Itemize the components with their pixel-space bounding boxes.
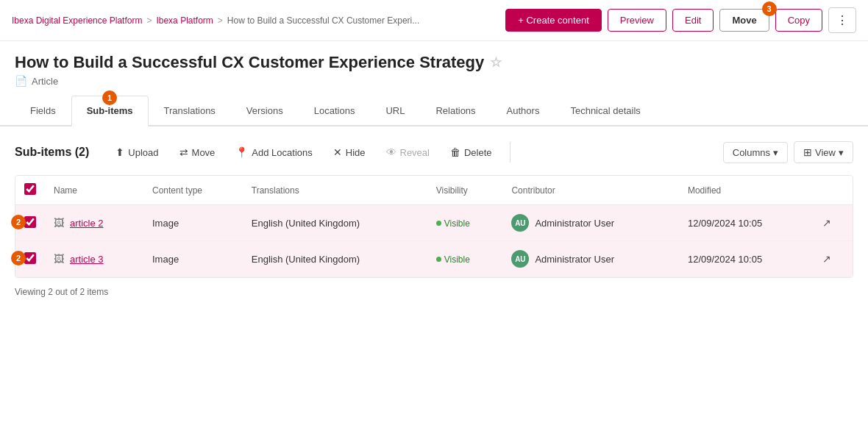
chevron-down-icon: ▾	[773, 147, 778, 158]
breadcrumb: Ibexa Digital Experience Platform > Ibex…	[12, 15, 419, 26]
reveal-button[interactable]: 👁 Reveal	[377, 142, 438, 163]
avatar-2: AU	[511, 250, 529, 268]
item-icon-2: 🖼	[54, 253, 64, 265]
row1-badge: 2	[11, 215, 26, 229]
th-visibility: Visibility	[427, 176, 503, 205]
toolbar-move-button[interactable]: ⇄ Move	[171, 142, 224, 163]
delete-button[interactable]: 🗑 Delete	[441, 142, 501, 163]
td-open-2: ↗	[814, 241, 853, 277]
breadcrumb-sep-2: >	[218, 15, 223, 26]
td-name-1: 🖼 article 2	[45, 205, 143, 241]
subitems-toolbar: Sub-items (2) ⬆ Upload ⇄ Move 📍 Add Loca…	[15, 141, 853, 163]
content-header: How to Build a Successful CX Customer Ex…	[0, 41, 868, 96]
breadcrumb-item-1[interactable]: Ibexa Digital Experience Platform	[12, 15, 142, 26]
breadcrumb-sep-1: >	[146, 15, 152, 26]
sub-items-tab-badge: 1	[102, 90, 117, 105]
subitems-title: Sub-items (2)	[15, 146, 89, 159]
td-visibility-2: Visible	[427, 241, 503, 277]
th-name: Name	[45, 176, 143, 205]
td-modified-1: 12/09/2024 10:05	[679, 205, 814, 241]
row1-checkbox[interactable]	[24, 216, 36, 228]
breadcrumb-item-2[interactable]: Ibexa Platform	[156, 15, 213, 26]
td-visibility-1: Visible	[427, 205, 503, 241]
delete-icon: 🗑	[450, 146, 460, 158]
visibility-dot-2	[436, 257, 441, 262]
page-title: How to Build a Successful CX Customer Ex…	[15, 53, 484, 72]
breadcrumb-current: How to Build a Successful CX Customer Ex…	[227, 15, 419, 26]
content-type-row: 📄 Article	[15, 75, 853, 87]
td-contributor-1: AU Administrator User	[502, 205, 679, 241]
tab-translations[interactable]: Translations	[149, 96, 231, 125]
more-options-button[interactable]: ⋮	[828, 7, 856, 33]
avatar-1: AU	[511, 214, 529, 232]
td-checkbox-1: 2	[15, 205, 45, 241]
td-modified-2: 12/09/2024 10:05	[679, 241, 814, 277]
tab-technical-details[interactable]: Technical details	[555, 96, 655, 125]
viewing-text: Viewing 2 out of 2 items	[15, 287, 853, 297]
view-chevron-icon: ▾	[839, 147, 844, 158]
subitems-table: Name Content type Translations Visibilit…	[15, 176, 853, 277]
tab-url[interactable]: URL	[370, 96, 420, 125]
tab-relations[interactable]: Relations	[420, 96, 491, 125]
tab-fields[interactable]: Fields	[15, 96, 71, 125]
create-content-button[interactable]: + Create content	[505, 9, 601, 32]
open-in-new-icon-1[interactable]: ↗	[822, 217, 831, 229]
edit-button[interactable]: Edit	[672, 9, 714, 32]
article2-link[interactable]: article 2	[70, 218, 104, 229]
preview-button[interactable]: Preview	[608, 9, 666, 32]
content-type-label: Article	[32, 76, 58, 87]
upload-button[interactable]: ⬆ Upload	[107, 142, 167, 163]
top-bar: Ibexa Digital Experience Platform > Ibex…	[0, 0, 868, 41]
copy-button[interactable]: Copy	[775, 9, 822, 32]
th-translations: Translations	[243, 176, 427, 205]
add-location-icon: 📍	[235, 146, 248, 158]
toolbar-actions: ⬆ Upload ⇄ Move 📍 Add Locations ✕ Hide 👁	[107, 141, 853, 163]
table-header: Name Content type Translations Visibilit…	[15, 176, 853, 205]
favorite-icon[interactable]: ☆	[490, 54, 502, 71]
visibility-dot-1	[436, 221, 441, 226]
row2-checkbox[interactable]	[24, 252, 36, 264]
add-locations-button[interactable]: 📍 Add Locations	[227, 142, 321, 163]
td-open-1: ↗	[814, 205, 853, 241]
toolbar-right: Columns ▾ ⊞ View ▾	[723, 141, 853, 163]
content-title-row: How to Build a Successful CX Customer Ex…	[15, 53, 853, 72]
view-button[interactable]: ⊞ View ▾	[794, 141, 853, 163]
td-contributor-2: AU Administrator User	[502, 241, 679, 277]
move-icon: ⇄	[179, 146, 188, 158]
select-all-checkbox[interactable]	[24, 183, 36, 195]
hide-icon: ✕	[333, 146, 342, 158]
reveal-icon: 👁	[386, 146, 396, 158]
columns-button[interactable]: Columns ▾	[723, 142, 788, 163]
th-actions	[814, 176, 853, 205]
th-content-type: Content type	[143, 176, 243, 205]
td-translations-1: English (United Kingdom)	[243, 205, 427, 241]
toolbar-divider	[510, 142, 511, 163]
main-content: Sub-items (2) ⬆ Upload ⇄ Move 📍 Add Loca…	[0, 126, 868, 428]
th-modified: Modified	[679, 176, 814, 205]
move-button[interactable]: Move	[719, 9, 769, 32]
top-actions: + Create content Preview Edit Move 3 Cop…	[505, 7, 856, 33]
table-row: 2 🖼 article 2 Image English (United King…	[15, 205, 853, 241]
td-content-type-2: Image	[143, 241, 243, 277]
view-icon: ⊞	[803, 146, 812, 158]
tab-locations[interactable]: Locations	[299, 96, 371, 125]
td-translations-2: English (United Kingdom)	[243, 241, 427, 277]
row2-badge: 2	[11, 251, 26, 265]
tabs-bar: Fields 1 Sub-items Translations Versions…	[0, 96, 868, 126]
article-icon: 📄	[15, 75, 27, 87]
article3-link[interactable]: article 3	[70, 254, 104, 265]
th-checkbox	[15, 176, 45, 205]
move-step-badge: 3	[762, 1, 777, 16]
tab-authors[interactable]: Authors	[491, 96, 555, 125]
td-checkbox-2: 2	[15, 241, 45, 277]
open-in-new-icon-2[interactable]: ↗	[822, 253, 831, 265]
subitems-table-container: Name Content type Translations Visibilit…	[15, 175, 853, 278]
item-icon-1: 🖼	[54, 217, 64, 229]
th-contributor: Contributor	[502, 176, 679, 205]
td-name-2: 🖼 article 3	[45, 241, 143, 277]
tab-sub-items[interactable]: 1 Sub-items	[71, 96, 149, 126]
upload-icon: ⬆	[115, 146, 124, 158]
table-row: 2 🖼 article 3 Image English (United King…	[15, 241, 853, 277]
tab-versions[interactable]: Versions	[231, 96, 299, 125]
hide-button[interactable]: ✕ Hide	[324, 142, 374, 163]
